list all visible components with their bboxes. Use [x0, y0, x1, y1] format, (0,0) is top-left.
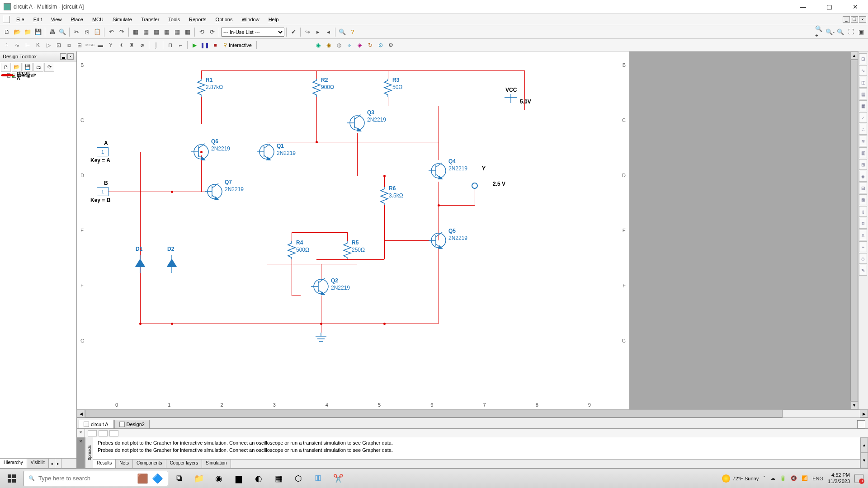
- tray-onedrive-icon[interactable]: ☁: [770, 475, 775, 481]
- canvas-scrollbar-v[interactable]: ▲ ▼: [850, 52, 858, 409]
- place-label-button[interactable]: MISC: [85, 40, 95, 50]
- save-button[interactable]: 💾: [33, 27, 43, 37]
- instr-ni-button[interactable]: ✎: [859, 265, 867, 276]
- spreadsheet-close-button[interactable]: ×: [77, 429, 85, 437]
- resistor-r1[interactable]: [198, 79, 205, 97]
- transistor-q1[interactable]: [257, 142, 277, 162]
- zoom-out-button[interactable]: 🔍-: [825, 27, 835, 37]
- menu-file[interactable]: File: [12, 15, 29, 24]
- tool-button-1[interactable]: ⟲: [197, 27, 207, 37]
- snip-button[interactable]: ✂️: [329, 470, 347, 487]
- db-button-1[interactable]: ▦: [131, 27, 141, 37]
- tray-wifi-icon[interactable]: 📶: [802, 475, 808, 481]
- instr-5-button[interactable]: ◈: [355, 40, 365, 50]
- tree-node-design2-doc[interactable]: Design2: [1, 74, 14, 76]
- place-conn-button[interactable]: ⊓: [165, 40, 175, 50]
- menu-help[interactable]: Help: [264, 15, 283, 24]
- goto-button-3[interactable]: ◂: [323, 27, 333, 37]
- stop-button[interactable]: ■: [210, 40, 220, 50]
- instr-4ch-button[interactable]: ▦: [859, 100, 867, 111]
- sidebar-tab-left[interactable]: ◂: [49, 459, 55, 468]
- transistor-q2[interactable]: [311, 277, 331, 296]
- msg-scroll-up[interactable]: ▲: [860, 437, 868, 453]
- place-analog-button[interactable]: ▷: [43, 40, 53, 50]
- resistor-r4[interactable]: [288, 241, 295, 259]
- transistor-q6[interactable]: [191, 142, 211, 162]
- place-mixed-button[interactable]: Y: [106, 40, 116, 50]
- terminal-button[interactable]: ▆: [230, 470, 248, 487]
- chrome-button[interactable]: ◉: [210, 470, 228, 487]
- msgtab-copper[interactable]: Copper layers: [166, 460, 202, 468]
- eclipse-button[interactable]: ◐: [250, 470, 268, 487]
- instr-lv-button[interactable]: ◇: [859, 253, 867, 264]
- mdi-close-button[interactable]: ×: [859, 16, 866, 23]
- toolbox-refresh-button[interactable]: ⟳: [44, 63, 54, 72]
- place-rf-button[interactable]: ⌀: [137, 40, 147, 50]
- resistor-r3[interactable]: [384, 79, 392, 97]
- place-power-button[interactable]: ♜: [127, 40, 137, 50]
- menu-options[interactable]: Options: [211, 15, 237, 24]
- new-button[interactable]: 🗋: [2, 27, 12, 37]
- menu-tools[interactable]: Tools: [164, 15, 184, 24]
- tab-overflow-button[interactable]: [857, 420, 865, 428]
- place-ttl-button[interactable]: ⊡: [54, 40, 64, 50]
- instr-ct-button[interactable]: ⌁: [859, 241, 867, 252]
- instr-dc-button[interactable]: ⊟: [859, 183, 867, 193]
- place-cmos-button[interactable]: ⧈: [64, 40, 74, 50]
- sidebar-tab-visibility[interactable]: Visibilit: [27, 459, 49, 468]
- instr-lc-button[interactable]: ⊞: [859, 159, 867, 170]
- transistor-q5[interactable]: [429, 230, 448, 250]
- menu-place[interactable]: Place: [66, 15, 88, 24]
- msgtab-components[interactable]: Components: [133, 460, 166, 468]
- toolbox-close-button[interactable]: ×: [67, 53, 74, 60]
- print-button[interactable]: 🖶: [47, 27, 57, 37]
- instr-2-button[interactable]: ◉: [324, 40, 334, 50]
- scroll-up-button[interactable]: ▲: [850, 52, 858, 60]
- place-misc-button[interactable]: ⊟: [75, 40, 85, 50]
- open-button[interactable]: 📂: [12, 27, 22, 37]
- instr-ag-button[interactable]: ⎍: [859, 230, 867, 240]
- minimize-button[interactable]: —: [794, 0, 812, 13]
- explorer-button[interactable]: 📁: [190, 470, 208, 487]
- print-preview-button[interactable]: 🔍: [57, 27, 67, 37]
- zoom-in-button[interactable]: 🔍+: [815, 27, 825, 37]
- search-input[interactable]: [38, 475, 133, 482]
- goto-button-1[interactable]: ↪: [302, 27, 312, 37]
- menu-view[interactable]: View: [47, 15, 66, 24]
- instr-mm-button[interactable]: ⊡: [859, 53, 867, 64]
- db-button-6[interactable]: ▦: [183, 27, 193, 37]
- msgtab-nets[interactable]: Nets: [116, 460, 133, 468]
- resistor-r6[interactable]: [381, 187, 388, 205]
- menu-window[interactable]: Window: [237, 15, 264, 24]
- instr-na-button[interactable]: ⧈: [859, 218, 867, 229]
- instr-6-button[interactable]: ↻: [365, 40, 375, 50]
- redo-button[interactable]: ↷: [117, 27, 127, 37]
- place-indicator-button[interactable]: ☀: [116, 40, 126, 50]
- vcc-symbol[interactable]: [502, 94, 520, 103]
- instr-1-button[interactable]: ◉: [313, 40, 323, 50]
- probe-y[interactable]: [472, 183, 478, 189]
- open-samples-button[interactable]: 📁: [23, 27, 33, 37]
- scroll-right-button[interactable]: ▶: [860, 410, 868, 418]
- instr-3-button[interactable]: ◍: [334, 40, 344, 50]
- instr-sa-button[interactable]: ⫿: [859, 206, 867, 217]
- hierarchy-tree[interactable]: − circuit A circuit A −✓ Design2 Design2: [0, 73, 76, 458]
- erc-button[interactable]: ✔: [288, 27, 298, 37]
- vscode-button[interactable]: �⃞: [309, 470, 327, 487]
- db-button-2[interactable]: ▦: [141, 27, 151, 37]
- zoom-area-button[interactable]: 🔍: [835, 27, 845, 37]
- find-button[interactable]: 🔍: [337, 27, 347, 37]
- menu-reports[interactable]: Reports: [184, 15, 211, 24]
- instr-freq-button[interactable]: ∴: [859, 124, 867, 135]
- multisim-button[interactable]: ▦: [269, 470, 288, 487]
- toolbox-pin-button[interactable]: ▃: [60, 53, 66, 60]
- instr-da-button[interactable]: ⊠: [859, 194, 867, 205]
- scroll-thumb-v[interactable]: [850, 60, 858, 401]
- schematic-canvas[interactable]: BB CC DD EE FF GG 0123456789: [77, 52, 629, 409]
- app-hex-button[interactable]: ⬡: [289, 470, 307, 487]
- canvas-scrollbar-h[interactable]: ◀ ▶: [77, 409, 868, 418]
- sidebar-tab-hierarchy[interactable]: Hierarchy: [0, 459, 27, 468]
- instr-wm-button[interactable]: ◫: [859, 77, 867, 88]
- instr-osc-button[interactable]: ▤: [859, 89, 867, 99]
- instr-la-button[interactable]: ▥: [859, 147, 867, 158]
